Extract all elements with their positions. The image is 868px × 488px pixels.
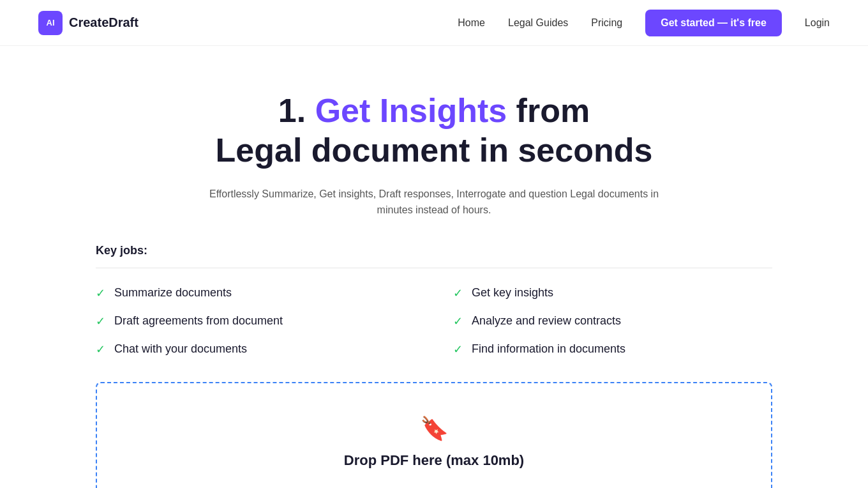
feature-text: Summarize documents xyxy=(114,286,232,300)
feature-text: Draft agreements from document xyxy=(114,314,283,328)
hero-title-line2: Legal document in seconds xyxy=(216,132,653,169)
features-grid: ✓Summarize documents✓Draft agreements fr… xyxy=(96,286,772,356)
hero-title: 1. Get Insights from Legal document in s… xyxy=(96,91,772,171)
main-nav: Home Legal Guides Pricing Get started — … xyxy=(458,10,830,36)
hero-subtitle: Effortlessly Summarize, Get insights, Dr… xyxy=(191,186,677,218)
feature-item: ✓Summarize documents xyxy=(96,286,415,300)
check-icon: ✓ xyxy=(96,342,105,356)
features-right: ✓Get key insights✓Analyze and review con… xyxy=(453,286,772,356)
feature-item: ✓Chat with your documents xyxy=(96,342,415,356)
logo-area[interactable]: AI CreateDraft xyxy=(38,11,138,35)
check-icon: ✓ xyxy=(453,286,463,300)
pdf-dropzone[interactable]: 🔖 Drop PDF here (max 10mb) xyxy=(96,382,772,488)
dropzone-text-muted: (max 10mb) xyxy=(442,452,524,468)
site-header: AI CreateDraft Home Legal Guides Pricing… xyxy=(0,0,868,46)
hero-title-highlight: Get Insights xyxy=(315,92,507,129)
dropzone-icon: 🔖 xyxy=(110,415,758,442)
feature-item: ✓Get key insights xyxy=(453,286,772,300)
get-started-button[interactable]: Get started — it's free xyxy=(645,10,782,36)
dropzone-text-bold: Drop PDF here xyxy=(344,452,442,468)
feature-text: Get key insights xyxy=(472,286,553,300)
main-content: 1. Get Insights from Legal document in s… xyxy=(83,46,785,488)
features-left: ✓Summarize documents✓Draft agreements fr… xyxy=(96,286,415,356)
feature-text: Find information in documents xyxy=(472,342,625,356)
check-icon: ✓ xyxy=(96,286,105,300)
nav-pricing[interactable]: Pricing xyxy=(591,17,622,29)
check-icon: ✓ xyxy=(96,314,105,328)
check-icon: ✓ xyxy=(453,342,463,356)
feature-text: Chat with your documents xyxy=(114,342,247,356)
nav-legal-guides[interactable]: Legal Guides xyxy=(508,17,568,29)
nav-home[interactable]: Home xyxy=(458,17,485,29)
section-divider xyxy=(96,268,772,268)
logo-text: CreateDraft xyxy=(69,15,138,30)
dropzone-label: Drop PDF here (max 10mb) xyxy=(110,452,758,469)
hero-title-number: 1. xyxy=(278,92,315,129)
feature-text: Analyze and review contracts xyxy=(472,314,621,328)
logo-icon: AI xyxy=(38,11,63,35)
check-icon: ✓ xyxy=(453,314,463,328)
hero-title-from: from xyxy=(507,92,590,129)
feature-item: ✓Draft agreements from document xyxy=(96,314,415,328)
login-link[interactable]: Login xyxy=(805,17,830,29)
key-jobs-label: Key jobs: xyxy=(96,244,772,257)
feature-item: ✓Find information in documents xyxy=(453,342,772,356)
feature-item: ✓Analyze and review contracts xyxy=(453,314,772,328)
